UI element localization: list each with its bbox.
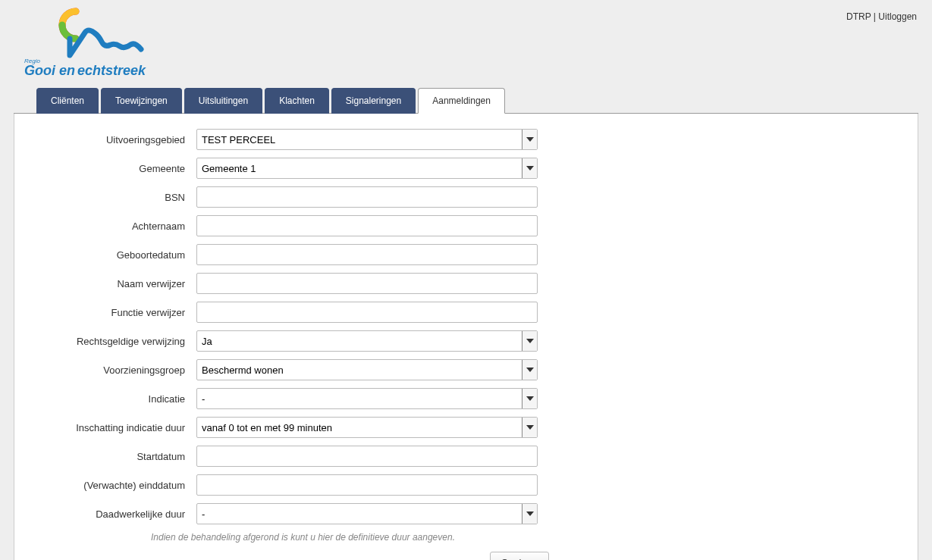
bsn-input[interactable] — [196, 186, 538, 208]
select-wrap: Ja — [196, 330, 538, 352]
row-startdatum: Startdatum — [37, 446, 895, 467]
geboortedatum-input[interactable] — [196, 244, 538, 265]
label-bsn: BSN — [37, 192, 196, 203]
row-functie-verwijzer: Functie verwijzer — [37, 302, 895, 323]
label-voorzieningsgroep: Voorzieningsgroep — [37, 364, 196, 376]
row-verwachte-einddatum: (Verwachte) einddatum — [37, 474, 895, 496]
select-wrap: Beschermd wonen — [196, 359, 538, 380]
label-rechtsgeldige-verwijzing: Rechtsgeldige verwijzing — [37, 336, 196, 347]
startdatum-input[interactable] — [196, 446, 538, 467]
inschatting-indicatie-duur-select[interactable]: vanaf 0 tot en met 99 minuten — [196, 417, 538, 438]
button-row: Opslaan — [208, 552, 549, 560]
logout-link[interactable]: Uitloggen — [878, 11, 917, 22]
row-uitvoeringsgebied: Uitvoeringsgebied TEST PERCEEL — [37, 129, 895, 150]
select-wrap: vanaf 0 tot en met 99 minuten — [196, 417, 538, 438]
voorzieningsgroep-select[interactable]: Beschermd wonen — [196, 359, 538, 380]
select-wrap: TEST PERCEEL — [196, 129, 538, 150]
tab-toewijzingen[interactable]: Toewijzingen — [101, 88, 182, 114]
row-achternaam: Achternaam — [37, 215, 895, 236]
page-header: Regio Gooi en echtstreek DTRP | Uitlogge… — [0, 0, 932, 87]
label-daadwerkelijke-duur: Daadwerkelijke duur — [37, 508, 196, 520]
row-daadwerkelijke-duur: Daadwerkelijke duur - — [37, 503, 895, 524]
user-bar: DTRP | Uitloggen — [846, 4, 917, 22]
label-inschatting-indicatie-duur: Inschatting indicatie duur — [37, 422, 196, 433]
row-naam-verwijzer: Naam verwijzer — [37, 273, 895, 294]
achternaam-input[interactable] — [196, 215, 538, 236]
select-wrap: Gemeente 1 — [196, 158, 538, 179]
row-voorzieningsgroep: Voorzieningsgroep Beschermd wonen — [37, 359, 895, 380]
row-inschatting-indicatie-duur: Inschatting indicatie duur vanaf 0 tot e… — [37, 417, 895, 438]
tab-uitsluitingen[interactable]: Uitsluitingen — [184, 88, 262, 114]
tab-klachten[interactable]: Klachten — [265, 88, 329, 114]
svg-text:echtstreek: echtstreek — [77, 63, 146, 78]
row-rechtsgeldige-verwijzing: Rechtsgeldige verwijzing Ja — [37, 330, 895, 352]
tab-clienten[interactable]: Cliënten — [36, 88, 99, 114]
label-geboortedatum: Geboortedatum — [37, 249, 196, 261]
row-bsn: BSN — [37, 186, 895, 208]
label-startdatum: Startdatum — [37, 451, 196, 462]
logo: Regio Gooi en echtstreek — [23, 4, 152, 87]
label-achternaam: Achternaam — [37, 221, 196, 232]
indicatie-select[interactable]: - — [196, 388, 538, 409]
help-text: Indien de behandeling afgerond is kunt u… — [151, 532, 895, 543]
functie-verwijzer-input[interactable] — [196, 302, 538, 323]
label-naam-verwijzer: Naam verwijzer — [37, 278, 196, 289]
naam-verwijzer-input[interactable] — [196, 273, 538, 294]
form-panel: Uitvoeringsgebied TEST PERCEEL Gemeente … — [14, 114, 918, 560]
label-indicatie: Indicatie — [37, 393, 196, 405]
label-verwachte-einddatum: (Verwachte) einddatum — [37, 480, 196, 491]
save-button[interactable]: Opslaan — [490, 552, 549, 560]
gemeente-select[interactable]: Gemeente 1 — [196, 158, 538, 179]
row-geboortedatum: Geboortedatum — [37, 244, 895, 265]
row-gemeente: Gemeente Gemeente 1 — [37, 158, 895, 179]
tab-bar: Cliënten Toewijzingen Uitsluitingen Klac… — [14, 87, 918, 114]
daadwerkelijke-duur-select[interactable]: - — [196, 503, 538, 524]
label-functie-verwijzer: Functie verwijzer — [37, 307, 196, 318]
label-gemeente: Gemeente — [37, 163, 196, 174]
rechtsgeldige-verwijzing-select[interactable]: Ja — [196, 330, 538, 352]
tab-signaleringen[interactable]: Signaleringen — [331, 88, 416, 114]
tab-aanmeldingen[interactable]: Aanmeldingen — [418, 88, 505, 114]
select-wrap: - — [196, 503, 538, 524]
select-wrap: - — [196, 388, 538, 409]
user-label: DTRP — [846, 11, 871, 22]
svg-text:Gooi en: Gooi en — [24, 63, 75, 78]
label-uitvoeringsgebied: Uitvoeringsgebied — [37, 134, 196, 145]
uitvoeringsgebied-select[interactable]: TEST PERCEEL — [196, 129, 538, 150]
row-indicatie: Indicatie - — [37, 388, 895, 409]
separator: | — [871, 11, 879, 22]
verwachte-einddatum-input[interactable] — [196, 474, 538, 496]
